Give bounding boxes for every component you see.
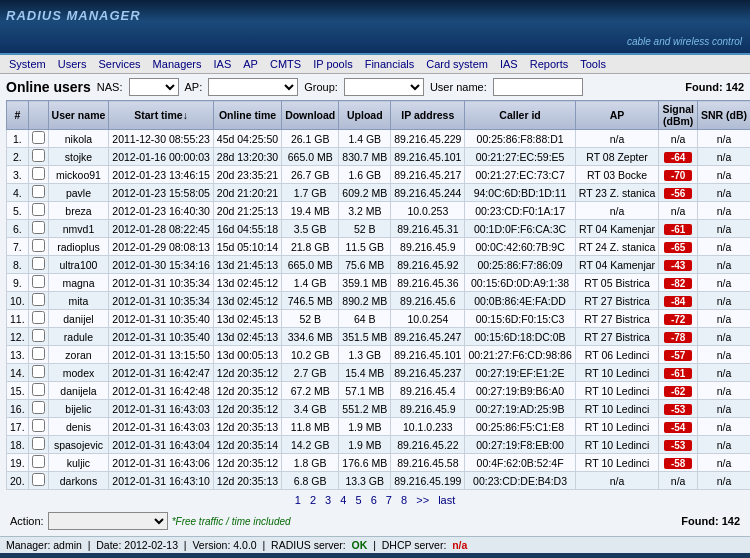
col-check [28,101,48,130]
row-checkbox[interactable] [32,419,45,432]
cell-11: n/a [697,364,750,382]
page-2[interactable]: 2 [307,494,319,506]
row-checkbox[interactable] [32,149,45,162]
row-checkbox[interactable] [32,221,45,234]
header: RADIUS MANAGER cable and wireless contro… [0,0,750,55]
cell-5: 2.7 GB [282,364,339,382]
nav-item-tools[interactable]: Tools [575,57,611,71]
page-5[interactable]: 5 [352,494,364,506]
cell-2: magna [48,274,109,292]
table-row: 14.modex2012-01-31 16:42:4712d 20:35:122… [7,364,751,382]
cell-6: 609.2 MB [339,184,391,202]
nas-label: NAS: [97,81,123,93]
row-checkbox[interactable] [32,239,45,252]
nav-item-services[interactable]: Services [93,57,145,71]
row-checkbox[interactable] [32,401,45,414]
nav-item-cmts[interactable]: CMTS [265,57,306,71]
action-select[interactable] [48,512,168,530]
table-row: 11.danijel2012-01-31 10:35:4013d 02:45:1… [7,310,751,328]
cell-6: 75.6 MB [339,256,391,274]
cell-3: 2012-01-31 16:43:10 [109,472,214,490]
cell-7: 89.216.45.31 [391,220,465,238]
table-row: 2.stojke2012-01-16 00:00:0328d 13:20:306… [7,148,751,166]
row-checkbox[interactable] [32,293,45,306]
page-3[interactable]: 3 [322,494,334,506]
cell-4: 12d 20:35:12 [213,454,281,472]
page-6[interactable]: 6 [368,494,380,506]
ap-select[interactable] [208,78,298,96]
nav-item-ias[interactable]: IAS [495,57,523,71]
row-checkbox[interactable] [32,257,45,270]
cell-11: n/a [697,400,750,418]
cell-4: 12d 20:35:12 [213,400,281,418]
cell-5: 665.0 MB [282,256,339,274]
cell-5: 746.5 MB [282,292,339,310]
cell-8: 00:23:CD:F0:1A:17 [465,202,575,220]
table-row: 4.pavle2012-01-23 15:58:0520d 21:20:211.… [7,184,751,202]
table-row: 13.zoran2012-01-31 13:15:5013d 00:05:131… [7,346,751,364]
cell-0: 1. [7,130,29,148]
cell-2: zoran [48,346,109,364]
row-checkbox[interactable] [32,185,45,198]
cell-3: 2012-01-31 10:35:34 [109,292,214,310]
action-row: Action: *Free traffic / time included Fo… [6,510,744,532]
cell-8: 00:15:6D:18:DC:0B [465,328,575,346]
users-table: # User name Start time↓ Online time Down… [6,100,750,490]
nav-item-users[interactable]: Users [53,57,92,71]
row-checkbox[interactable] [32,329,45,342]
row-checkbox[interactable] [32,167,45,180]
nav-item-managers[interactable]: Managers [148,57,207,71]
col-starttime[interactable]: Start time↓ [109,101,214,130]
col-username[interactable]: User name [48,101,109,130]
page-8[interactable]: 8 [398,494,410,506]
cell-9: RT 08 Zepter [575,148,659,166]
page-last[interactable]: last [435,494,458,506]
nav-item-system[interactable]: System [4,57,51,71]
nas-select[interactable] [129,78,179,96]
cell-0: 3. [7,166,29,184]
page-1[interactable]: 1 [292,494,304,506]
footer: Manager: admin | Date: 2012-02-13 | Vers… [0,536,750,553]
nav-item-card system[interactable]: Card system [421,57,493,71]
cell-0: 13. [7,346,29,364]
cell-7: 89.216.45.247 [391,328,465,346]
cell-7: 89.216.45.237 [391,364,465,382]
cell-2: bijelic [48,400,109,418]
action-label: Action: [10,515,44,527]
group-select[interactable] [344,78,424,96]
cell-11: n/a [697,184,750,202]
cell-6: 176.6 MB [339,454,391,472]
row-checkbox[interactable] [32,203,45,216]
cell-5: 3.4 GB [282,400,339,418]
table-row: 18.spasojevic2012-01-31 16:43:0412d 20:3… [7,436,751,454]
cell-5: 1.4 GB [282,274,339,292]
cell-9: RT 10 Ledinci [575,382,659,400]
footer-radius-label: RADIUS server: [271,539,346,551]
page-7[interactable]: 7 [383,494,395,506]
page-next[interactable]: >> [413,494,432,506]
row-checkbox[interactable] [32,437,45,450]
row-checkbox[interactable] [32,131,45,144]
row-checkbox[interactable] [32,275,45,288]
cell-4: 20d 23:35:21 [213,166,281,184]
nav-item-ap[interactable]: AP [238,57,263,71]
nav-item-ip pools[interactable]: IP pools [308,57,358,71]
username-input[interactable] [493,78,583,96]
row-checkbox[interactable] [32,455,45,468]
table-row: 20.darkons2012-01-31 16:43:1012d 20:35:1… [7,472,751,490]
cell-8: 00:15:6D:0D:A9:1:38 [465,274,575,292]
nav-item-financials[interactable]: Financials [360,57,420,71]
cell-6: 1.4 GB [339,130,391,148]
row-checkbox[interactable] [32,383,45,396]
cell-9: RT 10 Ledinci [575,454,659,472]
row-checkbox[interactable] [32,473,45,486]
cell-5: 19.4 MB [282,202,339,220]
nav-item-ias[interactable]: IAS [209,57,237,71]
page-4[interactable]: 4 [337,494,349,506]
row-checkbox[interactable] [32,347,45,360]
cell-0: 15. [7,382,29,400]
cell-5: 14.2 GB [282,436,339,454]
nav-item-reports[interactable]: Reports [525,57,574,71]
row-checkbox[interactable] [32,365,45,378]
row-checkbox[interactable] [32,311,45,324]
